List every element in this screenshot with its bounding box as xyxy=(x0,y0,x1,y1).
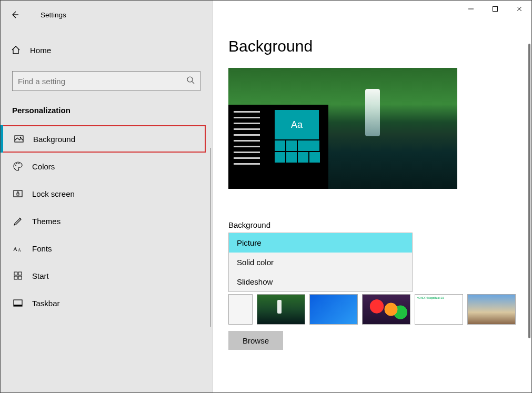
window-controls xyxy=(459,1,531,17)
sidebar-item-label: Start xyxy=(32,271,49,280)
content-pane: Background Aa Background Picture xyxy=(213,1,531,392)
svg-text:A: A xyxy=(18,248,21,253)
picture-thumb-1[interactable] xyxy=(257,294,305,325)
close-button[interactable] xyxy=(507,1,531,17)
sidebar-item-themes[interactable]: Themes xyxy=(1,207,212,235)
desktop-preview: Aa xyxy=(228,68,457,189)
sidebar-scrollbar[interactable] xyxy=(210,148,211,327)
svg-rect-15 xyxy=(14,305,22,306)
svg-point-2 xyxy=(20,137,22,138)
preview-tile-text: Aa xyxy=(275,110,319,139)
svg-rect-16 xyxy=(493,7,498,12)
sidebar: Settings Home Personalization Background… xyxy=(1,1,213,392)
start-icon xyxy=(12,270,24,281)
dropdown-option-solid-color[interactable]: Solid color xyxy=(229,253,412,272)
svg-rect-13 xyxy=(18,276,22,279)
background-dropdown[interactable]: Picture Solid color Slideshow xyxy=(228,233,413,292)
search-input[interactable] xyxy=(18,77,186,86)
sidebar-item-background[interactable]: Background xyxy=(1,125,206,153)
svg-point-5 xyxy=(18,163,19,164)
preview-start-overlay: Aa xyxy=(228,105,328,189)
fonts-icon: AA xyxy=(12,243,24,254)
picture-thumb-2[interactable] xyxy=(309,294,358,325)
search-icon xyxy=(186,76,195,86)
picture-thumb-partial[interactable] xyxy=(228,294,253,325)
preview-tiles: Aa xyxy=(275,110,321,163)
dropdown-option-slideshow[interactable]: Slideshow xyxy=(229,272,412,291)
browse-button[interactable]: Browse xyxy=(228,331,283,350)
svg-rect-11 xyxy=(18,272,22,275)
svg-point-4 xyxy=(16,163,17,164)
sidebar-item-label: Background xyxy=(33,135,75,144)
home-nav[interactable]: Home xyxy=(1,38,212,62)
sidebar-item-colors[interactable]: Colors xyxy=(1,153,212,180)
picture-icon xyxy=(13,133,25,145)
app-title: Settings xyxy=(41,11,66,19)
page-title: Background xyxy=(228,37,531,55)
svg-rect-12 xyxy=(14,276,17,279)
preview-waterfall xyxy=(365,89,380,136)
picture-thumbnails: HONOR MagicBook 15 xyxy=(228,294,531,325)
category-label: Personalization xyxy=(1,106,212,115)
search-box[interactable] xyxy=(12,71,200,91)
minimize-button[interactable] xyxy=(459,1,483,17)
maximize-button[interactable] xyxy=(483,1,507,17)
picture-thumb-5[interactable] xyxy=(467,294,516,325)
palette-icon xyxy=(12,160,24,172)
svg-rect-7 xyxy=(17,193,19,195)
dropdown-option-picture[interactable]: Picture xyxy=(229,233,412,253)
picture-thumb-3[interactable] xyxy=(362,294,410,325)
svg-point-0 xyxy=(187,77,193,82)
sidebar-item-label: Themes xyxy=(32,217,61,226)
home-icon xyxy=(10,44,22,56)
taskbar-icon xyxy=(12,297,24,309)
svg-point-3 xyxy=(15,165,16,166)
sidebar-item-label: Lock screen xyxy=(32,189,75,198)
lock-screen-icon xyxy=(12,188,24,199)
preview-menu-lines xyxy=(234,111,260,169)
nav-list: Background Colors Lock screen Themes AA … xyxy=(1,125,212,317)
back-icon[interactable] xyxy=(10,10,19,19)
sidebar-item-start[interactable]: Start xyxy=(1,262,212,289)
svg-text:A: A xyxy=(13,246,17,252)
home-label: Home xyxy=(30,46,51,55)
sidebar-item-taskbar[interactable]: Taskbar xyxy=(1,289,212,317)
picture-thumb-4[interactable]: HONOR MagicBook 15 xyxy=(415,294,463,325)
sidebar-item-lock-screen[interactable]: Lock screen xyxy=(1,180,212,207)
sidebar-item-label: Fonts xyxy=(32,244,52,253)
sidebar-item-label: Taskbar xyxy=(32,299,60,308)
background-field-label: Background xyxy=(228,220,531,229)
sidebar-item-fonts[interactable]: AA Fonts xyxy=(1,235,212,262)
svg-rect-10 xyxy=(14,272,17,275)
themes-icon xyxy=(12,215,24,227)
titlebar: Settings xyxy=(1,7,212,23)
content-scrollbar[interactable] xyxy=(528,44,530,338)
sidebar-item-label: Colors xyxy=(32,162,55,171)
